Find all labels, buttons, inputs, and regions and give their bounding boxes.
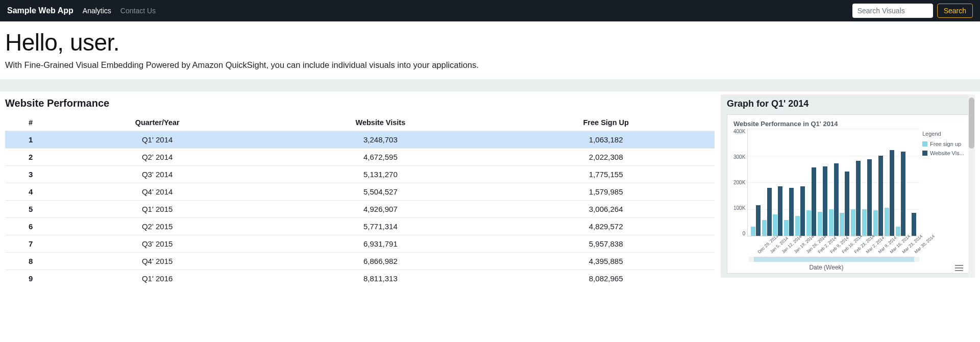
cell-quarter: Q1' 2015: [51, 201, 263, 218]
panel-vertical-scrollbar[interactable]: [968, 94, 975, 278]
cell-index: 3: [5, 166, 51, 183]
bar-group[interactable]: [762, 129, 772, 236]
chart-horizontal-scrollbar[interactable]: [749, 257, 919, 262]
bar-group[interactable]: [896, 129, 905, 236]
cell-quarter: Q2' 2014: [51, 149, 263, 166]
bar-free-sign-up: [862, 209, 867, 236]
bar-group[interactable]: [773, 129, 782, 236]
table-row[interactable]: 5Q1' 20154,926,9073,006,264: [5, 201, 715, 218]
cell-visits: 5,504,527: [263, 183, 497, 201]
cell-index: 1: [5, 131, 51, 149]
table-row[interactable]: 9Q1' 20168,811,3138,082,965: [5, 270, 715, 287]
navbar: Sample Web App Analytics Contact Us Sear…: [0, 0, 980, 21]
bar-website-visits: [756, 205, 761, 236]
cell-visits: 3,248,703: [263, 131, 497, 149]
table-row[interactable]: 8Q4' 20156,866,9824,395,885: [5, 253, 715, 270]
performance-panel: Website Performance # Quarter/Year Websi…: [5, 94, 715, 287]
col-header-visits[interactable]: Website Visits: [263, 114, 497, 131]
cell-visits: 5,131,270: [263, 166, 497, 183]
cell-index: 7: [5, 235, 51, 253]
cell-index: 5: [5, 201, 51, 218]
page-subtitle: With Fine-Grained Visual Embedding Power…: [5, 60, 975, 70]
bar-group[interactable]: [751, 129, 761, 236]
bar-website-visits: [912, 213, 916, 236]
bar-website-visits: [789, 188, 794, 236]
search-input[interactable]: [852, 4, 933, 18]
cell-signup: 8,082,965: [497, 270, 715, 287]
table-row[interactable]: 2Q2' 20144,672,5952,022,308: [5, 149, 715, 166]
table-row[interactable]: 1Q1' 20143,248,7031,063,182: [5, 131, 715, 149]
bar-group[interactable]: [873, 129, 883, 236]
bar-group[interactable]: [906, 129, 916, 236]
x-axis-title: Date (Week): [733, 264, 919, 271]
page-title: Hello, user.: [5, 29, 975, 56]
bar-website-visits: [901, 152, 905, 236]
cell-signup: 4,395,885: [497, 253, 715, 270]
cell-signup: 1,063,182: [497, 131, 715, 149]
bar-group[interactable]: [885, 129, 894, 236]
cell-index: 9: [5, 270, 51, 287]
bar-group[interactable]: [784, 129, 794, 236]
bar-group[interactable]: [862, 129, 872, 236]
legend-item-free-sign-up[interactable]: Free sign up: [922, 141, 966, 147]
section-divider: [0, 79, 980, 91]
cell-quarter: Q3' 2014: [51, 166, 263, 183]
performance-heading: Website Performance: [5, 97, 715, 109]
bar-group[interactable]: [818, 129, 827, 236]
col-header-signup[interactable]: Free Sign Up: [497, 114, 715, 131]
page-header: Hello, user. With Fine-Grained Visual Em…: [0, 21, 980, 79]
cell-visits: 4,672,595: [263, 149, 497, 166]
performance-table: # Quarter/Year Website Visits Free Sign …: [5, 114, 715, 287]
col-header-index[interactable]: #: [5, 114, 51, 131]
bar-group[interactable]: [806, 129, 816, 236]
cell-signup: 4,829,572: [497, 218, 715, 235]
bar-free-sign-up: [806, 210, 811, 236]
bar-website-visits: [890, 150, 894, 236]
y-tick-label: 0: [743, 231, 746, 236]
y-tick-label: 400K: [733, 129, 745, 134]
bar-website-visits: [778, 186, 782, 236]
nav-link-contact[interactable]: Contact Us: [120, 7, 156, 15]
table-row[interactable]: 7Q3' 20156,931,7915,957,838: [5, 235, 715, 253]
bar-group[interactable]: [829, 129, 839, 236]
chart-menu-icon[interactable]: [955, 265, 963, 271]
bar-website-visits: [856, 161, 861, 236]
cell-index: 8: [5, 253, 51, 270]
cell-visits: 4,926,907: [263, 201, 497, 218]
cell-quarter: Q1' 2014: [51, 131, 263, 149]
table-row[interactable]: 3Q3' 20145,131,2701,775,155: [5, 166, 715, 183]
bar-group[interactable]: [795, 129, 805, 236]
legend-item-website-visits[interactable]: Website Vis...: [922, 150, 966, 156]
col-header-quarter[interactable]: Quarter/Year: [51, 114, 263, 131]
bar-free-sign-up: [851, 209, 855, 236]
graph-panel: Graph for Q1' 2014 Website Performance i…: [721, 94, 975, 278]
legend-title: Legend: [922, 131, 966, 137]
search-button[interactable]: Search: [937, 4, 973, 18]
cell-signup: 1,579,985: [497, 183, 715, 201]
bar-website-visits: [767, 188, 772, 236]
cell-quarter: Q1' 2016: [51, 270, 263, 287]
cell-quarter: Q3' 2015: [51, 235, 263, 253]
chart-frame: Website Performance in Q1' 2014 400K300K…: [727, 114, 973, 274]
navbar-brand[interactable]: Sample Web App: [7, 6, 74, 15]
x-axis: Dec 29, 2013Jan 5, 2014Jan 12, 2014Jan 1…: [733, 236, 919, 256]
bar-free-sign-up: [818, 212, 822, 236]
cell-signup: 5,957,838: [497, 235, 715, 253]
cell-visits: 6,931,791: [263, 235, 497, 253]
table-row[interactable]: 4Q4' 20145,504,5271,579,985: [5, 183, 715, 201]
bar-group[interactable]: [840, 129, 849, 236]
bar-website-visits: [878, 156, 883, 236]
bar-website-visits: [823, 166, 827, 236]
bar-free-sign-up: [795, 216, 800, 236]
bar-free-sign-up: [751, 227, 755, 236]
nav-link-analytics[interactable]: Analytics: [83, 7, 111, 15]
legend-swatch-icon: [922, 151, 927, 156]
graph-heading: Graph for Q1' 2014: [727, 99, 973, 109]
bar-free-sign-up: [885, 208, 889, 236]
chart-plot-area: [747, 129, 919, 236]
table-row[interactable]: 6Q2' 20155,771,3144,829,572: [5, 218, 715, 235]
bar-group[interactable]: [851, 129, 861, 236]
bar-free-sign-up: [829, 209, 834, 236]
cell-visits: 6,866,982: [263, 253, 497, 270]
bar-free-sign-up: [762, 220, 767, 236]
